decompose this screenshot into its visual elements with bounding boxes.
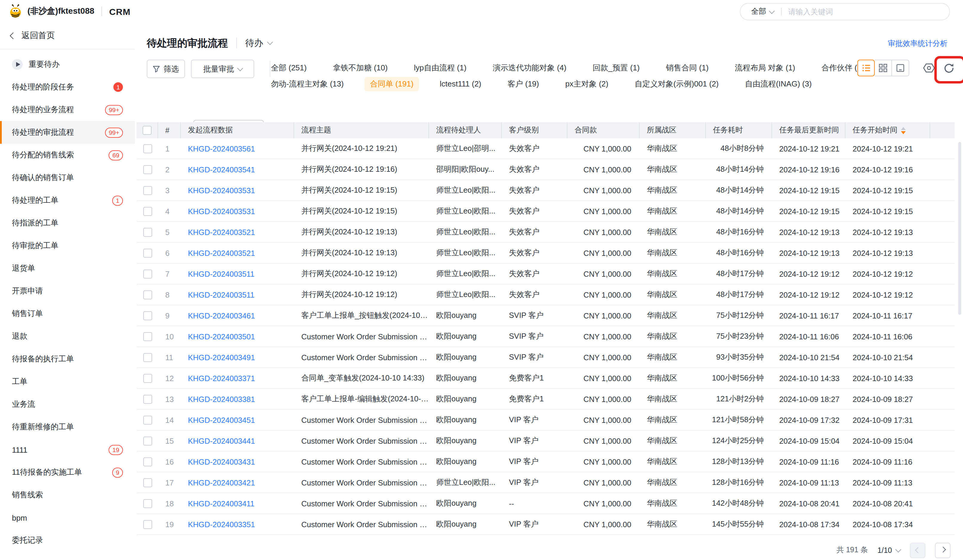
sidebar-item[interactable]: 11待报备的实施工单9 [0, 461, 135, 484]
back-to-home-button[interactable]: 返回首页 [0, 23, 135, 50]
column-header: 客户级别 [502, 122, 567, 138]
refresh-button[interactable] [942, 61, 956, 75]
category-tab[interactable]: 自定义对象(示例)001 (2) [629, 77, 724, 91]
sidebar-item[interactable]: 待确认的销售订单 [0, 167, 135, 189]
row-checkbox[interactable] [143, 374, 152, 383]
batch-label: 批量审批 [203, 63, 234, 74]
record-link[interactable]: KHGD-2024003351 [181, 520, 294, 529]
record-link[interactable]: KHGD-2024003461 [181, 311, 294, 320]
sidebar-item[interactable]: 委托记录 [0, 529, 135, 552]
row-checkbox[interactable] [143, 269, 152, 278]
sidebar-item-important-todo[interactable]: 重要待办 [0, 53, 135, 76]
sidebar-item[interactable]: 退货单 [0, 257, 135, 280]
approval-stats-link[interactable]: 审批效率统计分析 [888, 39, 947, 49]
category-tab[interactable]: 客户 (19) [502, 77, 544, 91]
sidebar-item[interactable]: 开票申请 [0, 280, 135, 303]
list-view-button[interactable] [858, 60, 875, 76]
category-tab[interactable]: 勿动-流程主对象 (13) [266, 77, 349, 91]
row-checkbox[interactable] [143, 436, 152, 445]
select-all-checkbox[interactable] [143, 126, 152, 135]
record-link[interactable]: KHGD-2024003541 [181, 165, 294, 174]
category-tab[interactable]: 自由流程(INAG) (3) [739, 77, 817, 91]
record-link[interactable]: KHGD-2024003501 [181, 332, 294, 341]
table-cell: 欧阳ouyang [429, 435, 502, 446]
row-checkbox[interactable] [143, 207, 152, 215]
category-tab[interactable]: 演示迭代功能对象 (4) [488, 60, 572, 75]
filter-button[interactable]: 筛选 [147, 60, 185, 78]
sort-icon[interactable] [901, 127, 906, 134]
row-checkbox[interactable] [143, 353, 152, 362]
sidebar-item[interactable]: 待处理的阶段任务1 [0, 76, 135, 99]
sidebar-item[interactable]: 销售线索 [0, 484, 135, 506]
row-checkbox[interactable] [143, 457, 152, 466]
next-page-button[interactable] [935, 542, 950, 558]
row-checkbox[interactable] [143, 478, 152, 487]
sidebar-item[interactable]: 业务流 [0, 393, 135, 416]
grid-view-button[interactable] [875, 60, 892, 76]
column-header-label: 流程主题 [301, 125, 331, 135]
sidebar-item[interactable]: 销售订单 [0, 303, 135, 325]
record-link[interactable]: KHGD-2024003411 [181, 499, 294, 508]
row-checkbox[interactable] [143, 415, 152, 424]
column-header: 任务最后更新时间 [772, 122, 845, 138]
page-selector[interactable]: 1/10 [877, 546, 900, 554]
prev-page-button[interactable] [910, 542, 926, 558]
category-tab[interactable]: 回款_预置 (1) [587, 60, 645, 75]
record-link[interactable]: KHGD-2024003441 [181, 436, 294, 445]
record-link[interactable]: KHGD-2024003421 [181, 478, 294, 487]
record-link[interactable]: KHGD-2024003381 [181, 395, 294, 403]
category-tab[interactable]: 销售合同 (1) [660, 60, 714, 75]
record-link[interactable]: KHGD-2024003431 [181, 457, 294, 466]
row-checkbox[interactable] [143, 311, 152, 320]
row-checkbox[interactable] [143, 228, 152, 236]
category-tab[interactable]: px主对象 (2) [560, 77, 614, 91]
sidebar-item[interactable]: 待报备的执行工单 [0, 348, 135, 371]
table-cell: CNY 1,000.00 [567, 520, 640, 529]
sidebar-item[interactable]: bpm [0, 506, 135, 529]
record-link[interactable]: KHGD-2024003491 [181, 353, 294, 362]
record-link[interactable]: KHGD-2024003531 [181, 207, 294, 215]
row-checkbox[interactable] [143, 248, 152, 257]
row-checkbox[interactable] [143, 395, 152, 403]
record-link[interactable]: KHGD-2024003521 [181, 228, 294, 236]
row-checkbox[interactable] [143, 290, 152, 299]
row-checkbox[interactable] [143, 332, 152, 341]
row-checkbox[interactable] [143, 144, 152, 153]
sidebar-item[interactable]: 111119 [0, 439, 135, 461]
category-tab[interactable]: lctest111 (2) [434, 78, 486, 90]
record-link[interactable]: KHGD-2024003451 [181, 415, 294, 424]
record-link[interactable]: KHGD-2024003511 [181, 269, 294, 278]
record-link[interactable]: KHGD-2024003561 [181, 144, 294, 153]
category-tab[interactable]: 合同单 (191) [365, 77, 419, 91]
batch-approve-button[interactable]: 批量审批 [191, 60, 254, 78]
view-mode-dropdown[interactable]: 待办 [245, 37, 272, 49]
sidebar-item[interactable]: 退款 [0, 325, 135, 348]
sidebar-item[interactable]: 待处理的审批流程99+ [0, 121, 135, 144]
search-input[interactable] [787, 7, 941, 16]
sidebar-item[interactable]: 待处理的业务流程99+ [0, 99, 135, 121]
category-tab[interactable]: 流程布局 对象 (1) [730, 60, 801, 75]
row-checkbox[interactable] [143, 520, 152, 529]
record-link[interactable]: KHGD-2024003521 [181, 248, 294, 257]
sidebar-item[interactable]: 待处理的工单1 [0, 189, 135, 212]
table-cell: 师世立Leo|欧阳... [429, 206, 502, 216]
row-checkbox[interactable] [143, 186, 152, 195]
record-link[interactable]: KHGD-2024003371 [181, 374, 294, 383]
card-view-button[interactable] [892, 60, 909, 76]
category-tab[interactable]: lyp自由流程 (1) [409, 60, 472, 75]
global-search[interactable]: 全部 [740, 3, 950, 20]
category-tab[interactable]: 全部 (251) [266, 60, 312, 75]
sidebar-item[interactable]: 待分配的销售线索69 [0, 144, 135, 167]
sidebar-item[interactable]: 工单 [0, 371, 135, 393]
sidebar-item[interactable]: 待重新维修的工单 [0, 416, 135, 439]
search-scope-dropdown[interactable]: 全部 [751, 6, 774, 17]
sidebar-item[interactable]: 待审批的工单 [0, 235, 135, 257]
record-link[interactable]: KHGD-2024003511 [181, 290, 294, 299]
row-checkbox[interactable] [143, 499, 152, 508]
sidebar-item[interactable]: 待指派的工单 [0, 212, 135, 235]
settings-button[interactable] [922, 62, 935, 74]
vertical-scrollbar[interactable] [958, 142, 961, 315]
category-tab[interactable]: 拿铁不加糖 (10) [327, 60, 393, 75]
row-checkbox[interactable] [143, 165, 152, 174]
record-link[interactable]: KHGD-2024003531 [181, 186, 294, 195]
